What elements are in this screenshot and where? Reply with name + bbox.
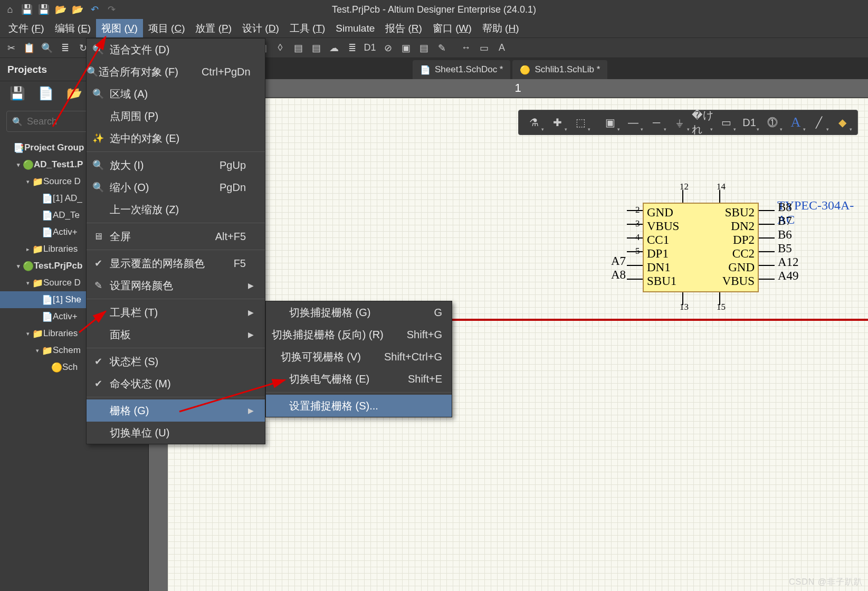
cut-icon[interactable]: ✂ — [3, 40, 19, 56]
cloud-icon[interactable]: ☁ — [326, 40, 342, 56]
sheet3-icon[interactable]: ▤ — [416, 40, 432, 56]
pin-label: VBUS — [647, 220, 679, 233]
grid-submenu[interactable]: 切换捕捉栅格 (G)G切换捕捉栅格 (反向) (R)Shift+G切换可视栅格 … — [265, 301, 452, 417]
edit-icon[interactable]: ✎ — [434, 40, 450, 56]
pin-label: CC1 — [647, 233, 669, 247]
diff-icon[interactable]: D1 — [362, 40, 378, 56]
pin-number: 15 — [717, 302, 726, 312]
cross-icon[interactable]: ✚▾ — [546, 112, 568, 133]
select-icon[interactable]: ⬚▾ — [569, 112, 592, 133]
view-menu[interactable]: 🔍适合文件 (D)🔍适合所有对象 (F)Ctrl+PgDn🔍区域 (A)点周围 … — [86, 38, 265, 444]
menu-P[interactable]: 放置 (P) — [190, 19, 237, 37]
menu-item[interactable]: 上一次缩放 (Z) — [87, 198, 265, 221]
copy-icon[interactable]: 📋 — [21, 40, 37, 56]
menu-F[interactable]: 文件 (F) — [3, 19, 50, 37]
menu-item[interactable]: 🔍区域 (A) — [87, 83, 265, 105]
pin-number: 2 — [635, 205, 640, 215]
undo-icon[interactable]: ↶ — [88, 3, 101, 16]
pin-label: SBU1 — [647, 274, 676, 288]
warn-icon[interactable]: ⓵▾ — [761, 112, 784, 133]
zoom-icon[interactable]: 🔍 — [39, 40, 55, 56]
port-icon[interactable]: ▭▾ — [715, 112, 737, 133]
pin-icon[interactable]: ◊ — [272, 40, 288, 56]
pin-label: GND — [728, 261, 755, 274]
menu-V[interactable]: 视图 (V) — [96, 19, 143, 37]
menu-item[interactable]: 🖥全屏Alt+F5 — [87, 225, 265, 247]
diff2-icon[interactable]: ▣ — [398, 40, 414, 56]
menu-H[interactable]: 帮助 (H) — [477, 19, 524, 37]
pin-number: 5 — [635, 246, 640, 256]
menu-E[interactable]: 编辑 (E) — [50, 19, 97, 37]
gnd-icon[interactable]: ⏚▾ — [669, 112, 691, 133]
quick-access-bar: ⌂ 💾 💾 📂 📂 ↶ ↷ Test.PrjPcb - Altium Desig… — [0, 0, 868, 19]
menu-item[interactable]: 切换捕捉栅格 (反向) (R)Shift+G — [266, 323, 452, 346]
menu-item[interactable]: 🔍缩小 (O)PgDn — [87, 176, 265, 198]
app-title: Test.PrjPcb - Altium Designer Enterprise… — [0, 4, 868, 15]
pin-number: A8 — [611, 268, 626, 282]
menu-Simulate[interactable]: Simulate — [330, 19, 380, 37]
pin-number: A7 — [611, 254, 626, 268]
dp-icon[interactable]: D1▾ — [738, 112, 760, 133]
layers-icon[interactable]: ≣ — [57, 40, 73, 56]
menu-R[interactable]: 报告 (R) — [380, 19, 427, 37]
pin-label: CC2 — [732, 247, 755, 261]
save-all-icon[interactable]: 💾 — [37, 3, 51, 16]
ic-icon[interactable]: ▣▾ — [599, 112, 621, 133]
menu-item[interactable]: ✨选中的对象 (E) — [87, 127, 265, 149]
pin-number: A12 — [778, 255, 799, 269]
save-icon[interactable]: 💾 — [9, 86, 26, 103]
sheet2-icon[interactable]: ▤ — [308, 40, 324, 56]
pin-icon[interactable]: —▾ — [622, 112, 644, 133]
pin-number: 13 — [680, 302, 689, 312]
menu-item[interactable]: 🔍适合文件 (D) — [87, 39, 265, 61]
menu-item[interactable]: 🔍适合所有对象 (F)Ctrl+PgDn — [87, 61, 265, 83]
component-body[interactable]: GNDVBUSCC1DP1DN1SBU1SBU2DN2DP2CC2GNDVBUS — [643, 203, 759, 292]
copy-icon[interactable]: 📄 — [38, 86, 55, 103]
wire-icon[interactable]: ─▾ — [645, 112, 667, 133]
document-tab[interactable]: 🟡Schlib1.SchLib * — [512, 60, 607, 79]
poly-icon[interactable]: ◆▾ — [831, 112, 853, 133]
watermark: CSDN @非子趴趴 — [789, 577, 863, 588]
menu-item[interactable]: ✔命令状态 (M) — [87, 373, 265, 395]
menu-item[interactable]: 设置捕捉栅格 (S)... — [266, 395, 452, 417]
open-icon[interactable]: 📂 — [54, 3, 68, 16]
pin-number: B6 — [778, 228, 792, 242]
menu-item[interactable]: 点周围 (P) — [87, 105, 265, 127]
no-icon[interactable]: ⊘ — [380, 40, 396, 56]
menu-item[interactable]: 工具栏 (T)▶ — [87, 301, 265, 323]
pin-number: B8 — [778, 201, 792, 214]
pin-label: GND — [647, 206, 673, 220]
text-icon[interactable]: A▾ — [785, 112, 807, 133]
menu-item[interactable]: ✔显示覆盖的网络颜色F5 — [87, 252, 265, 274]
net-icon[interactable]: �けれ▾ — [692, 112, 714, 133]
menu-item[interactable]: 切换捕捉栅格 (G)G — [266, 301, 452, 323]
floating-toolbar: ⚗▾✚▾⬚▾▣▾—▾─▾⏚▾�けれ▾▭▾D1▾⓵▾A▾╱▾◆▾ — [518, 110, 858, 135]
save-icon[interactable]: 💾 — [20, 3, 34, 16]
rect-icon[interactable]: ▭ — [476, 40, 492, 56]
menu-item[interactable]: ✔状态栏 (S) — [87, 350, 265, 373]
harness3-icon[interactable]: ≣ — [344, 40, 360, 56]
menu-item[interactable]: 切换可视栅格 (V)Shift+Ctrl+G — [266, 346, 452, 368]
open-project-icon[interactable]: 📂 — [71, 3, 84, 16]
menu-item[interactable]: 切换电气栅格 (E)Shift+E — [266, 368, 452, 390]
open-folder-icon[interactable]: 📂 — [66, 86, 83, 103]
menu-item[interactable]: 🔍放大 (I)PgUp — [87, 154, 265, 176]
pin-number: 12 — [680, 182, 689, 192]
pin-number: A49 — [778, 269, 799, 283]
draw-icon[interactable]: ╱▾ — [808, 112, 830, 133]
filter-icon[interactable]: ⚗▾ — [523, 112, 545, 133]
document-tab[interactable]: 📄Sheet1.SchDoc * — [413, 60, 510, 79]
menu-C[interactable]: 项目 (C) — [143, 19, 190, 37]
menu-T[interactable]: 工具 (T) — [284, 19, 331, 37]
menu-W[interactable]: 窗口 (W) — [427, 19, 477, 37]
redo-icon[interactable]: ↷ — [104, 3, 118, 16]
menu-item[interactable]: 面板▶ — [87, 323, 265, 346]
menu-item[interactable]: 栅格 (G)▶ — [87, 399, 265, 422]
text-icon[interactable]: A — [494, 40, 510, 56]
sheet-icon[interactable]: ▤ — [290, 40, 306, 56]
menu-item[interactable]: ✎设置网络颜色▶ — [87, 274, 265, 297]
dim-icon[interactable]: ↔ — [458, 40, 474, 56]
home-icon[interactable]: ⌂ — [3, 3, 17, 16]
menu-item[interactable]: 切换单位 (U) — [87, 422, 265, 444]
menu-D[interactable]: 设计 (D) — [237, 19, 284, 37]
